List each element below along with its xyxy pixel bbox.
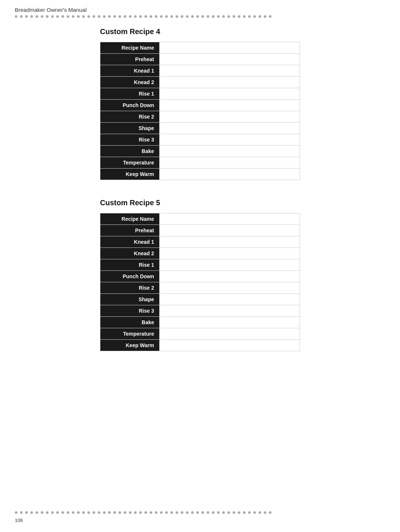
value-cell-10 bbox=[160, 157, 300, 169]
label-cell-10: Temperature bbox=[100, 328, 160, 340]
page-footer: 106 bbox=[0, 509, 400, 525]
table-row: Rise 3 bbox=[100, 305, 300, 317]
table-row: Bake bbox=[100, 146, 300, 157]
value-cell-4 bbox=[160, 88, 300, 100]
recipe-section-5: Custom Recipe 5Recipe NamePreheatKnead 1… bbox=[100, 199, 300, 351]
table-row: Keep Warm bbox=[100, 169, 300, 180]
value-cell-8 bbox=[160, 305, 300, 317]
value-cell-10 bbox=[160, 328, 300, 340]
table-row: Rise 3 bbox=[100, 134, 300, 146]
value-cell-2 bbox=[160, 236, 300, 248]
value-cell-5 bbox=[160, 271, 300, 282]
label-cell-5: Punch Down bbox=[100, 100, 160, 111]
label-cell-8: Rise 3 bbox=[100, 134, 160, 146]
value-cell-3 bbox=[160, 77, 300, 88]
page-header: Breadmaker Owner's Manual bbox=[0, 0, 400, 13]
table-row: Shape bbox=[100, 294, 300, 305]
label-cell-3: Knead 2 bbox=[100, 77, 160, 88]
recipe-section-4: Custom Recipe 4Recipe NamePreheatKnead 1… bbox=[100, 27, 300, 180]
value-cell-6 bbox=[160, 111, 300, 123]
value-cell-8 bbox=[160, 134, 300, 146]
value-cell-1 bbox=[160, 54, 300, 65]
table-row: Rise 2 bbox=[100, 111, 300, 123]
table-row: Knead 2 bbox=[100, 77, 300, 88]
value-cell-7 bbox=[160, 123, 300, 134]
content-area: Custom Recipe 4Recipe NamePreheatKnead 1… bbox=[0, 20, 400, 377]
table-row: Keep Warm bbox=[100, 340, 300, 351]
table-row: Knead 1 bbox=[100, 236, 300, 248]
value-cell-0 bbox=[160, 42, 300, 54]
value-cell-5 bbox=[160, 100, 300, 111]
value-cell-1 bbox=[160, 225, 300, 236]
value-cell-3 bbox=[160, 248, 300, 259]
label-cell-8: Rise 3 bbox=[100, 305, 160, 317]
bottom-dot-rule bbox=[0, 509, 400, 516]
top-dot-rule bbox=[0, 13, 400, 20]
label-cell-9: Bake bbox=[100, 146, 160, 157]
label-cell-7: Shape bbox=[100, 294, 160, 305]
value-cell-11 bbox=[160, 169, 300, 180]
table-row: Knead 1 bbox=[100, 65, 300, 77]
label-cell-11: Keep Warm bbox=[100, 340, 160, 351]
label-cell-10: Temperature bbox=[100, 157, 160, 169]
label-cell-2: Knead 1 bbox=[100, 65, 160, 77]
value-cell-7 bbox=[160, 294, 300, 305]
recipe-table-4: Recipe NamePreheatKnead 1Knead 2Rise 1Pu… bbox=[100, 42, 300, 180]
label-cell-4: Rise 1 bbox=[100, 259, 160, 271]
recipe-title-5: Custom Recipe 5 bbox=[100, 199, 300, 207]
table-row: Punch Down bbox=[100, 100, 300, 111]
label-cell-3: Knead 2 bbox=[100, 248, 160, 259]
value-cell-2 bbox=[160, 65, 300, 77]
page-number: 106 bbox=[0, 516, 400, 525]
value-cell-0 bbox=[160, 213, 300, 225]
label-cell-4: Rise 1 bbox=[100, 88, 160, 100]
manual-title: Breadmaker Owner's Manual bbox=[15, 7, 87, 13]
label-cell-2: Knead 1 bbox=[100, 236, 160, 248]
label-cell-7: Shape bbox=[100, 123, 160, 134]
recipe-table-5: Recipe NamePreheatKnead 1Knead 2Rise 1Pu… bbox=[100, 213, 300, 351]
table-row: Rise 1 bbox=[100, 88, 300, 100]
table-row: Preheat bbox=[100, 225, 300, 236]
table-row: Shape bbox=[100, 123, 300, 134]
label-cell-1: Preheat bbox=[100, 54, 160, 65]
value-cell-6 bbox=[160, 282, 300, 294]
value-cell-9 bbox=[160, 146, 300, 157]
label-cell-0: Recipe Name bbox=[100, 213, 160, 225]
label-cell-0: Recipe Name bbox=[100, 42, 160, 54]
label-cell-9: Bake bbox=[100, 317, 160, 328]
label-cell-6: Rise 2 bbox=[100, 111, 160, 123]
table-row: Bake bbox=[100, 317, 300, 328]
table-row: Recipe Name bbox=[100, 42, 300, 54]
table-row: Rise 2 bbox=[100, 282, 300, 294]
value-cell-4 bbox=[160, 259, 300, 271]
table-row: Knead 2 bbox=[100, 248, 300, 259]
label-cell-1: Preheat bbox=[100, 225, 160, 236]
value-cell-11 bbox=[160, 340, 300, 351]
table-row: Preheat bbox=[100, 54, 300, 65]
table-row: Temperature bbox=[100, 157, 300, 169]
table-row: Recipe Name bbox=[100, 213, 300, 225]
label-cell-11: Keep Warm bbox=[100, 169, 160, 180]
table-row: Punch Down bbox=[100, 271, 300, 282]
table-row: Rise 1 bbox=[100, 259, 300, 271]
value-cell-9 bbox=[160, 317, 300, 328]
recipe-title-4: Custom Recipe 4 bbox=[100, 27, 300, 36]
label-cell-6: Rise 2 bbox=[100, 282, 160, 294]
label-cell-5: Punch Down bbox=[100, 271, 160, 282]
table-row: Temperature bbox=[100, 328, 300, 340]
